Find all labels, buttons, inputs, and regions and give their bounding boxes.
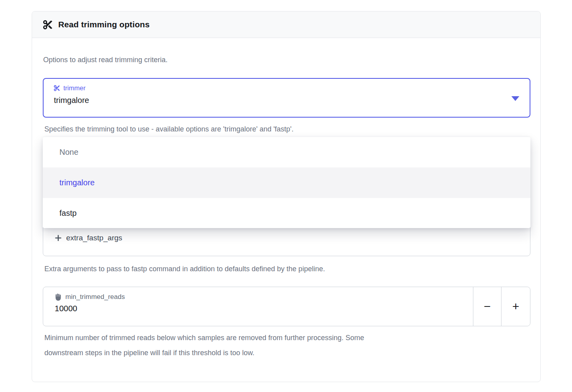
min-trimmed-reads-group: min_trimmed_reads − +: [43, 287, 530, 326]
extra-fastp-args-help-text: Extra arguments to pass to fastp command…: [44, 264, 325, 274]
scissors-icon: [43, 20, 52, 29]
page-title: Read trimming options: [58, 20, 150, 29]
scissors-icon: [54, 85, 60, 91]
plus-icon: [54, 234, 62, 242]
help-line-2: downstream steps in the pipeline will fa…: [44, 345, 364, 360]
trimmer-help-text: Specifies the trimming tool to use - ava…: [44, 124, 294, 134]
dropdown-option-none[interactable]: None: [43, 137, 530, 167]
dropdown-option-trimgalore[interactable]: trimgalore: [43, 167, 530, 198]
min-trimmed-reads-field[interactable]: min_trimmed_reads: [43, 287, 473, 326]
trimmer-value: trimgalore: [54, 96, 519, 105]
increment-button[interactable]: +: [501, 287, 530, 326]
min-trimmed-reads-help-text: Minimum number of trimmed reads below wh…: [44, 330, 364, 360]
hand-icon: [55, 293, 62, 301]
dropdown-option-fastp[interactable]: fastp: [43, 198, 530, 228]
read-trimming-options-card: Read trimming options Options to adjust …: [32, 11, 541, 382]
card-header: Read trimming options: [32, 11, 540, 38]
decrement-button[interactable]: −: [473, 287, 501, 326]
extra-fastp-args-label: extra_fastp_args: [66, 234, 122, 242]
min-trimmed-reads-input[interactable]: [55, 304, 461, 313]
help-line-1: Minimum number of trimmed reads below wh…: [44, 330, 364, 345]
trimmer-select[interactable]: trimmer trimgalore: [43, 78, 530, 118]
min-trimmed-reads-label: min_trimmed_reads: [65, 293, 125, 301]
trimmer-dropdown-menu: None trimgalore fastp: [43, 137, 530, 228]
chevron-down-icon: [511, 96, 519, 101]
trimmer-label: trimmer: [63, 84, 86, 92]
section-description: Options to adjust read trimming criteria…: [43, 55, 168, 65]
